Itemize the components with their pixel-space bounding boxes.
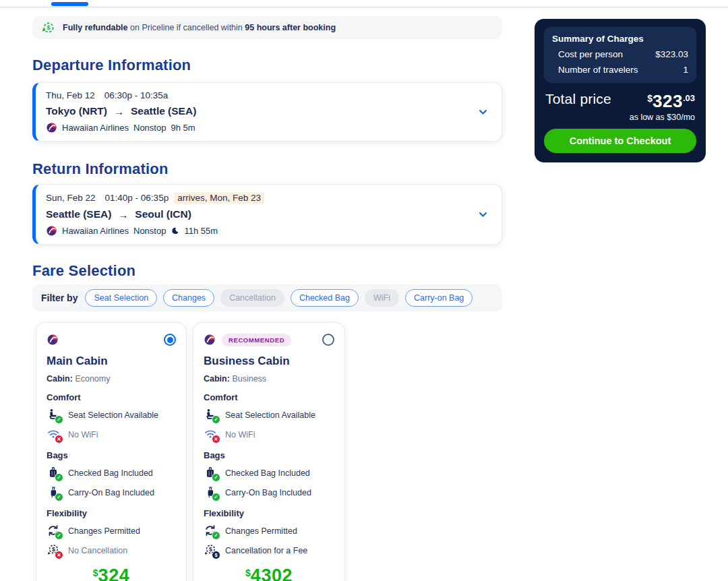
fare-name: Main Cabin: [47, 355, 176, 368]
amenity-cancellation: $ ✕ No Cancellation: [47, 543, 176, 557]
summary-row-label: Number of travelers: [558, 65, 638, 75]
amenity-wifi: ✕ No WiFi: [47, 427, 176, 441]
summary-title: Summary of Charges: [552, 34, 688, 44]
check-badge-icon: ✓: [55, 531, 63, 540]
check-badge-icon: ✓: [212, 493, 220, 501]
fare-card-business-cabin[interactable]: RECOMMENDED Business Cabin Cabin: Busine…: [193, 322, 345, 581]
filter-pill-cancellation: Cancellation: [220, 289, 284, 307]
section-bags: Bags: [204, 450, 334, 460]
departure-duration: 9h 5m: [171, 123, 195, 133]
return-duration: 11h 55m: [184, 226, 218, 236]
cabin-label: Cabin:: [47, 374, 73, 384]
fare-card-header: RECOMMENDED: [204, 332, 334, 347]
section-flexibility: Flexibility: [47, 508, 176, 518]
hawaiian-airlines-logo-icon: [204, 334, 216, 346]
departure-airline: Hawaiian Airlines: [62, 123, 129, 133]
fare-cards-row: Main Cabin Cabin: Economy Comfort ✓ Seat…: [36, 322, 502, 581]
departure-origin: Tokyo (NRT): [46, 105, 107, 117]
refundable-text: Fully refundable on Priceline if cancell…: [63, 23, 336, 32]
active-tab-indicator[interactable]: [51, 2, 88, 6]
filter-pill-carry-on-bag[interactable]: Carry-on Bag: [405, 289, 473, 307]
return-times: 01:40p - 06:35p: [105, 193, 169, 203]
route-arrow-icon: →: [118, 209, 128, 220]
refundable-middle: on Priceline if cancelled within: [130, 23, 243, 32]
total-price-value: $323.03 as low as $30/mo: [630, 91, 695, 122]
check-badge-icon: ✓: [212, 531, 220, 540]
filter-pill-seat-selection[interactable]: Seat Selection: [85, 289, 157, 307]
departure-heading: Departure Information: [32, 57, 502, 73]
amenity-label: Seat Selection Available: [225, 410, 315, 420]
wifi-icon: ✕: [47, 427, 61, 441]
checked-bag-icon: ✓: [204, 466, 218, 480]
refundable-bold: Fully refundable: [63, 23, 128, 32]
cabin-value: Economy: [75, 374, 110, 384]
summary-row-cost: Cost per person $323.03: [552, 49, 688, 59]
chevron-down-icon[interactable]: [478, 107, 488, 117]
x-badge-icon: ✕: [55, 435, 63, 444]
fare-selection-heading: Fare Selection: [32, 263, 502, 279]
fare-card-header: [47, 332, 176, 347]
changes-cycle-icon: ✓: [47, 524, 61, 538]
amenity-label: Changes Permitted: [68, 526, 140, 536]
summary-panel: Summary of Charges Cost per person $323.…: [544, 27, 696, 83]
fare-radio-selected[interactable]: [164, 334, 176, 346]
departure-destination: Seattle (SEA): [131, 105, 196, 117]
amenity-label: No Cancellation: [68, 546, 127, 555]
recommended-badge: RECOMMENDED: [222, 334, 291, 346]
total-price-row: Total price $323.03 as low as $30/mo: [544, 91, 696, 122]
amenity-changes: ✓ Changes Permitted: [47, 524, 176, 538]
cancellation-dollar-icon: $ ✕: [47, 543, 61, 557]
return-airline: Hawaiian Airlines: [62, 226, 129, 236]
hawaiian-airlines-logo-icon: [46, 225, 57, 237]
dollar-badge-icon: $: [212, 551, 220, 559]
departure-route: Tokyo (NRT) → Seattle (SEA): [46, 105, 471, 117]
route-arrow-icon: →: [114, 106, 124, 117]
price-currency: $: [245, 568, 251, 578]
departure-flight-card[interactable]: Thu, Feb 12 06:30p - 10:35a Tokyo (NRT) …: [32, 82, 502, 142]
fare-card-main-cabin[interactable]: Main Cabin Cabin: Economy Comfort ✓ Seat…: [36, 322, 187, 581]
amenity-label: Cancellation for a Fee: [225, 546, 307, 555]
departure-airline-row: Hawaiian Airlines Nonstop 9h 5m: [46, 122, 471, 133]
cabin-line: Cabin: Business: [204, 374, 334, 384]
checked-bag-icon: ✓: [47, 466, 61, 480]
amenity-label: No WiFi: [68, 430, 98, 439]
check-badge-icon: ✓: [212, 415, 220, 424]
check-badge-icon: ✓: [55, 415, 63, 424]
svg-text:$: $: [52, 546, 55, 553]
return-airline-row: Hawaiian Airlines Nonstop 11h 55m: [46, 225, 471, 237]
x-badge-icon: ✕: [212, 435, 220, 444]
price-amount: 324: [98, 565, 130, 581]
financing-note: as low as $30/mo: [630, 113, 695, 122]
fare-radio-unselected[interactable]: [322, 334, 334, 346]
chevron-down-icon[interactable]: [478, 210, 488, 220]
cabin-value: Business: [232, 374, 266, 384]
return-destination: Seoul (ICN): [135, 208, 191, 220]
wifi-icon: ✕: [204, 427, 218, 441]
total-amount: 323: [653, 91, 683, 111]
main-content: $ Fully refundable on Priceline if cance…: [32, 7, 502, 581]
section-bags: Bags: [47, 450, 176, 460]
hawaiian-airlines-logo-icon: [47, 334, 59, 346]
amenity-seat-selection: ✓ Seat Selection Available: [204, 408, 334, 422]
return-heading: Return Information: [32, 161, 502, 177]
refund-cycle-icon: $: [42, 21, 55, 34]
return-date-times: Sun, Feb 22 01:40p - 06:35p arrives, Mon…: [46, 192, 471, 204]
total-currency: $: [647, 93, 653, 104]
filter-by-label: Filter by: [41, 293, 78, 303]
fare-filter-bar: Filter by Seat Selection Changes Cancell…: [32, 284, 502, 311]
fare-name: Business Cabin: [204, 355, 334, 368]
filter-pill-changes[interactable]: Changes: [163, 289, 214, 307]
amenity-label: Changes Permitted: [225, 526, 297, 536]
amenity-carry-on: ✓ Carry-On Bag Included: [204, 485, 334, 499]
filter-pill-checked-bag[interactable]: Checked Bag: [291, 289, 359, 307]
continue-to-checkout-button[interactable]: Continue to Checkout: [544, 129, 696, 153]
return-flight-card[interactable]: Sun, Feb 22 01:40p - 06:35p arrives, Mon…: [32, 184, 502, 245]
section-flexibility: Flexibility: [204, 508, 334, 518]
filter-pill-wifi: WiFi: [365, 289, 399, 307]
check-badge-icon: ✓: [212, 473, 220, 482]
amenity-label: No WiFi: [225, 430, 255, 439]
departure-times: 06:30p - 10:35a: [104, 90, 169, 100]
total-price-label: Total price: [545, 91, 611, 107]
carry-on-bag-icon: ✓: [47, 485, 61, 499]
changes-cycle-icon: ✓: [204, 524, 218, 538]
